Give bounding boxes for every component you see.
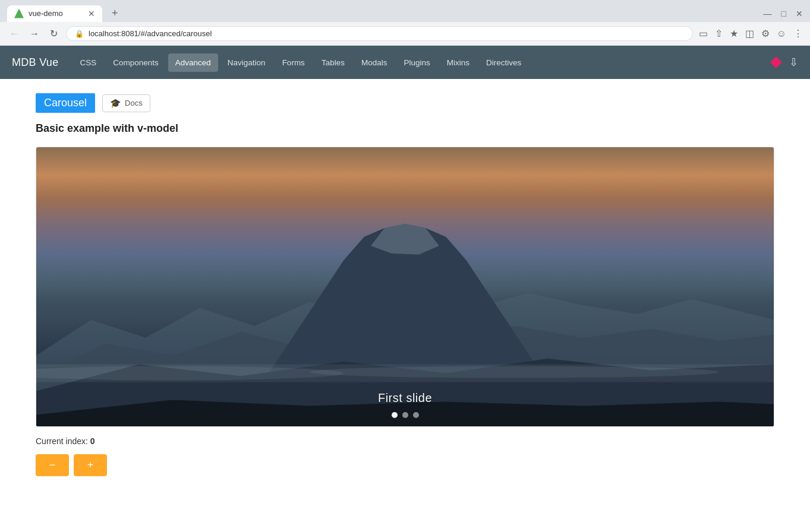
carousel-image: [36, 147, 774, 426]
page-content: Carousel 🎓 Docs Basic example with v-mod…: [0, 79, 810, 490]
nav-components[interactable]: Components: [106, 53, 166, 72]
title-bar: vue-demo ✕ + — □ ✕: [0, 0, 810, 22]
carousel-wrapper: First slide: [36, 147, 774, 427]
tab-close-button[interactable]: ✕: [88, 9, 95, 18]
current-index-value: 0: [90, 436, 95, 446]
browser-tab[interactable]: vue-demo ✕: [7, 5, 102, 22]
browser-chrome: vue-demo ✕ + — □ ✕ ← → ↻ 🔒 localhost:808…: [0, 0, 810, 46]
account-icon[interactable]: ☺: [777, 28, 786, 39]
nav-right-icons: ⇩: [770, 56, 798, 69]
cast-icon[interactable]: ◫: [745, 28, 754, 39]
address-bar: ← → ↻ 🔒 localhost:8081/#/advanced/carous…: [0, 22, 810, 45]
current-index-label: Current index:: [36, 436, 88, 446]
nav-advanced[interactable]: Advanced: [168, 53, 218, 72]
prev-button[interactable]: −: [36, 454, 69, 476]
url-bar[interactable]: 🔒 localhost:8081/#/advanced/carousel: [66, 26, 693, 41]
svg-point-8: [310, 366, 719, 378]
refresh-button[interactable]: ↻: [48, 26, 60, 42]
indicator-1[interactable]: [402, 412, 408, 418]
extensions-icon[interactable]: ⚙: [761, 28, 770, 39]
nav-links: CSS Components Advanced Navigation Forms…: [73, 53, 770, 72]
nav-navigation[interactable]: Navigation: [220, 53, 273, 72]
subsection-title: Basic example with v-model: [36, 122, 774, 135]
window-controls: — □ ✕: [764, 9, 803, 18]
carousel-caption: First slide: [36, 391, 774, 405]
tab-title: vue-demo: [29, 9, 63, 18]
toolbar-icons: ▭ ⇧ ★ ◫ ⚙ ☺ ⋮: [699, 28, 803, 39]
carousel-controls: − +: [36, 454, 774, 476]
indicator-2[interactable]: [413, 412, 419, 418]
current-index-display: Current index: 0: [36, 436, 774, 446]
share-icon[interactable]: ⇧: [715, 28, 723, 39]
forward-button[interactable]: →: [27, 26, 42, 42]
lock-icon: 🔒: [75, 30, 84, 38]
bookmark-icon[interactable]: ★: [730, 28, 738, 39]
nav-plugins[interactable]: Plugins: [396, 53, 437, 72]
close-button[interactable]: ✕: [796, 9, 803, 18]
tab-favicon: [14, 9, 24, 18]
app-brand: MDB Vue: [12, 56, 58, 69]
back-button[interactable]: ←: [7, 26, 21, 42]
diamond-icon[interactable]: [770, 56, 782, 68]
screen-capture-icon[interactable]: ▭: [699, 28, 708, 39]
new-tab-button[interactable]: +: [107, 5, 123, 22]
nav-modals[interactable]: Modals: [354, 53, 395, 72]
docs-button[interactable]: 🎓 Docs: [102, 94, 150, 112]
minimize-button[interactable]: —: [764, 9, 772, 18]
nav-mixins[interactable]: Mixins: [440, 53, 477, 72]
carousel-slide: First slide: [36, 147, 774, 426]
docs-label: Docs: [125, 99, 143, 107]
indicator-0[interactable]: [392, 412, 398, 418]
url-text: localhost:8081/#/advanced/carousel: [89, 29, 212, 38]
carousel-indicators: [36, 412, 774, 418]
nav-css[interactable]: CSS: [73, 53, 103, 72]
nav-directives[interactable]: Directives: [479, 53, 528, 72]
section-title: Carousel: [36, 93, 95, 113]
nav-forms[interactable]: Forms: [275, 53, 312, 72]
graduation-cap-icon: 🎓: [110, 98, 121, 109]
section-header: Carousel 🎓 Docs: [36, 93, 774, 113]
maximize-button[interactable]: □: [781, 9, 786, 18]
next-button[interactable]: +: [74, 454, 107, 476]
nav-tables[interactable]: Tables: [314, 53, 352, 72]
app-navbar: MDB Vue CSS Components Advanced Navigati…: [0, 46, 810, 79]
menu-icon[interactable]: ⋮: [793, 28, 803, 39]
download-icon[interactable]: ⇩: [789, 56, 798, 69]
